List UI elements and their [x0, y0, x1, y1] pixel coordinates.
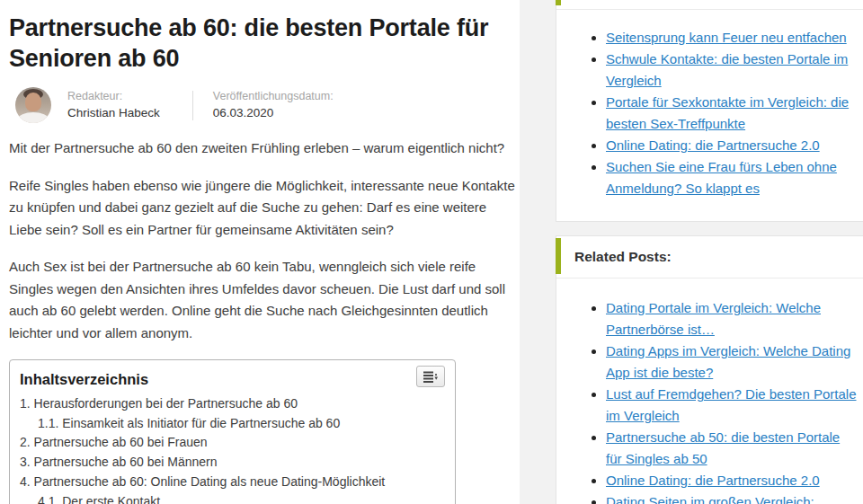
- toc-item: 4.1. Der erste Kontakt: [20, 492, 444, 504]
- list-item: Dating Seiten im großen Vergleich:: [606, 491, 859, 504]
- toc-item: 4. Partnersuche ab 60: Online Dating als…: [20, 473, 444, 492]
- date-column: Veröffentlichungsdatum: 06.03.2020: [213, 90, 334, 120]
- list-item: Online Dating: die Partnersuche 2.0: [606, 135, 859, 156]
- list-item: Schwule Kontakte: die besten Portale im …: [606, 49, 859, 92]
- list-item: Suchen Sie eine Frau fürs Leben ohne Anm…: [606, 156, 859, 199]
- related-link[interactable]: Dating Seiten im großen Vergleich:: [606, 494, 814, 504]
- toc-item: 2. Partnersuche ab 60 bei Frauen: [20, 433, 444, 453]
- list-item: Portale für Sexkontakte im Vergleich: di…: [606, 92, 859, 135]
- article-column: Partnersuche ab 60: die besten Portale f…: [0, 0, 520, 504]
- toc-box: Inhaltsverzeichnis 1. Herausforderungen …: [9, 359, 456, 504]
- list-item: Seitensprung kann Feuer neu entfachen: [606, 27, 859, 49]
- toc-item: 3. Partnersuche ab 60 bei Männern: [20, 453, 444, 473]
- author-label: Redakteur:: [67, 90, 160, 103]
- post-link[interactable]: Suchen Sie eine Frau fürs Leben ohne Anm…: [606, 159, 837, 196]
- related-link[interactable]: Lust auf Fremdgehen? Die besten Portale …: [606, 386, 857, 423]
- related-link[interactable]: Dating Portale im Vergleich: Welche Part…: [606, 300, 821, 337]
- related-posts-box: Related Posts: Dating Portale im Verglei…: [556, 235, 863, 504]
- toc-item: 1.1. Einsamkeit als Initiator für die Pa…: [20, 414, 444, 434]
- related-posts-list: Dating Portale im Vergleich: Welche Part…: [556, 279, 863, 504]
- toc-list: 1. Herausforderungen bei der Partnersuch…: [20, 394, 444, 504]
- post-link[interactable]: Schwule Kontakte: die besten Portale im …: [606, 51, 848, 88]
- sidebar-posts-box: Seitensprung kann Feuer neu entfachen Sc…: [556, 0, 863, 222]
- sidebar: Seitensprung kann Feuer neu entfachen Sc…: [556, 0, 863, 504]
- paragraph-2: Reife Singles haben ebenso wie jüngere d…: [9, 175, 520, 242]
- toc-item: 1. Herausforderungen bei der Partnersuch…: [20, 394, 444, 414]
- toc-link-1[interactable]: 1. Herausforderungen bei der Partnersuch…: [20, 396, 298, 411]
- related-link[interactable]: Online Dating: die Partnersuche 2.0: [606, 473, 820, 488]
- accent-bar: [556, 238, 561, 274]
- toc-link-2[interactable]: 2. Partnersuche ab 60 bei Frauen: [20, 435, 208, 449]
- toc-link-3[interactable]: 3. Partnersuche ab 60 bei Männern: [20, 455, 217, 469]
- paragraph-intro: Mit der Partnersuche ab 60 den zweiten F…: [9, 137, 520, 160]
- list-item: Partnersuche ab 50: die besten Portale f…: [606, 427, 859, 470]
- toc-link-4-1[interactable]: 4.1. Der erste Kontakt: [38, 494, 160, 504]
- related-link[interactable]: Dating Apps im Vergleich: Welche Dating …: [606, 343, 850, 380]
- toc-link-4[interactable]: 4. Partnersuche ab 60: Online Dating als…: [20, 474, 385, 489]
- publish-date-label: Veröffentlichungsdatum:: [213, 90, 334, 103]
- author-meta: Redakteur: Christian Habeck Veröffentlic…: [9, 84, 520, 126]
- accent-bar: [556, 0, 561, 5]
- list-item: Online Dating: die Partnersuche 2.0: [606, 470, 859, 491]
- author-column: Redakteur: Christian Habeck: [67, 90, 160, 120]
- avatar-shirt: [18, 112, 49, 123]
- list-item: Dating Portale im Vergleich: Welche Part…: [606, 297, 859, 340]
- publish-date-value: 06.03.2020: [213, 106, 334, 120]
- list-item: Dating Apps im Vergleich: Welche Dating …: [606, 340, 859, 384]
- toc-list-icon: [423, 371, 438, 383]
- related-posts-title: Related Posts:: [556, 236, 863, 278]
- list-item: Lust auf Fremdgehen? Die besten Portale …: [606, 384, 859, 427]
- toc-toggle-button[interactable]: [416, 366, 445, 387]
- sidebar-posts-list: Seitensprung kann Feuer neu entfachen Sc…: [556, 10, 863, 221]
- toc-title: Inhaltsverzeichnis: [20, 370, 444, 388]
- avatar-face: [25, 93, 41, 111]
- post-link[interactable]: Seitensprung kann Feuer neu entfachen: [606, 30, 847, 45]
- author-name: Christian Habeck: [67, 106, 160, 120]
- page-title: Partnersuche ab 60: die besten Portale f…: [9, 13, 514, 74]
- author-avatar: [15, 87, 51, 123]
- paragraph-3: Auch Sex ist bei der Partnersuche ab 60 …: [9, 256, 520, 344]
- related-link[interactable]: Partnersuche ab 50: die besten Portale f…: [606, 429, 840, 466]
- related-posts-header: Related Posts:: [556, 236, 863, 279]
- meta-divider: [192, 91, 193, 120]
- toc-link-1-1[interactable]: 1.1. Einsamkeit als Initiator für die Pa…: [38, 416, 340, 430]
- post-link[interactable]: Portale für Sexkontakte im Vergleich: di…: [606, 94, 849, 131]
- post-link[interactable]: Online Dating: die Partnersuche 2.0: [606, 137, 820, 153]
- sidebar-posts-header: [556, 0, 863, 10]
